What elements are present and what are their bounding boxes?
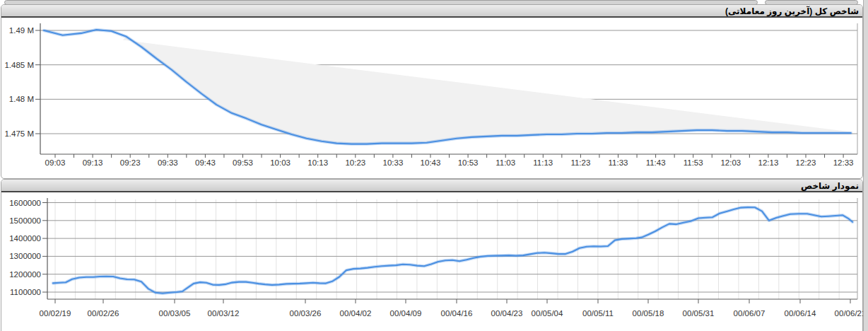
x-axis-label: 09:13 bbox=[83, 158, 103, 167]
panel-history-header[interactable]: نمودار شاخص bbox=[1, 180, 862, 192]
workspace: شاخص کل (آخرین روز معاملاتی) نمودار شاخص… bbox=[0, 0, 868, 331]
x-axis-label: 09:23 bbox=[120, 158, 141, 167]
x-axis-ticks bbox=[55, 299, 850, 303]
x-axis-label: 00/03/26 bbox=[290, 309, 322, 318]
reference-band bbox=[123, 37, 851, 144]
x-axis-label: 11:53 bbox=[684, 158, 703, 167]
x-axis-label: 09:53 bbox=[233, 158, 253, 167]
x-axis-label: 11:23 bbox=[570, 158, 590, 167]
x-axis-label: 00/03/12 bbox=[208, 309, 240, 318]
x-axis-label: 12:33 bbox=[833, 158, 854, 167]
x-axis-label: 09:43 bbox=[195, 158, 216, 167]
y-axis-label: 1.485 M bbox=[4, 61, 34, 69]
y-axis-label: 1300000 bbox=[9, 252, 41, 260]
x-axis-labels: 09:0309:1309:2309:3309:4309:5310:0310:13… bbox=[45, 158, 854, 167]
y-axis-label: 1.475 M bbox=[4, 129, 34, 138]
x-axis-label: 00/05/04 bbox=[532, 309, 563, 318]
panel-intraday-title: شاخص کل (آخرین روز معاملاتی) bbox=[725, 6, 859, 16]
x-axis-label: 12:13 bbox=[758, 158, 779, 167]
x-axis-label: 00/05/18 bbox=[633, 309, 664, 318]
x-axis-label: 10:13 bbox=[307, 158, 328, 167]
x-axis-label: 10:53 bbox=[458, 158, 479, 167]
x-axis-label: 00/05/11 bbox=[582, 309, 614, 318]
x-axis-label: 11:33 bbox=[609, 158, 628, 167]
x-axis-label: 09:33 bbox=[158, 158, 178, 167]
x-axis-label: 00/04/02 bbox=[340, 309, 372, 318]
x-axis-label: 00/06/14 bbox=[785, 309, 816, 318]
x-axis-label: 00/04/16 bbox=[441, 309, 473, 318]
x-axis-label: 00/02/19 bbox=[40, 309, 71, 318]
scrollbar-strip[interactable] bbox=[863, 0, 868, 331]
x-axis-label: 09:03 bbox=[45, 158, 66, 167]
intraday-index-chart[interactable]: 1.49 M1.485 M1.48 M1.475 M09:0309:1309:2… bbox=[0, 16, 868, 178]
panel-history-title: نمودار شاخص bbox=[801, 181, 859, 191]
x-axis-label: 12:23 bbox=[796, 158, 816, 167]
index-history-chart[interactable]: 1600000150000014000001300000120000011000… bbox=[0, 192, 868, 331]
y-axis-label: 1.48 M bbox=[9, 95, 34, 103]
y-axis-label: 1400000 bbox=[9, 234, 41, 243]
axes bbox=[47, 198, 857, 299]
x-axis-ticks bbox=[55, 154, 843, 158]
y-axis-label: 1500000 bbox=[9, 216, 41, 225]
x-axis-label: 00/04/09 bbox=[390, 309, 422, 318]
x-axis-label: 10:23 bbox=[345, 158, 365, 167]
x-axis-label: 00/03/05 bbox=[159, 309, 191, 318]
x-axis-labels: 00/02/1900/02/2600/03/0500/03/1200/03/26… bbox=[40, 309, 867, 318]
x-axis-label: 00/06/21 bbox=[835, 309, 867, 318]
x-axis-label: 11:03 bbox=[495, 158, 515, 167]
x-axis-label: 10:43 bbox=[421, 158, 441, 167]
y-axis-label: 1.49 M bbox=[9, 26, 34, 35]
x-axis-label: 11:13 bbox=[533, 158, 553, 167]
y-axis-label: 1600000 bbox=[9, 199, 41, 207]
x-axis-label: 00/06/07 bbox=[734, 309, 766, 318]
x-axis-label: 00/02/26 bbox=[88, 309, 119, 318]
y-axis-label: 1200000 bbox=[9, 270, 41, 279]
x-axis-label: 10:33 bbox=[383, 158, 404, 167]
y-axis-label: 1100000 bbox=[10, 288, 41, 296]
x-axis-label: 00/04/23 bbox=[491, 309, 523, 318]
x-axis-label: 10:03 bbox=[270, 158, 291, 167]
x-axis-label: 12:03 bbox=[720, 158, 741, 167]
x-axis-label: 00/05/31 bbox=[683, 309, 715, 318]
x-axis-label: 11:43 bbox=[646, 158, 666, 167]
